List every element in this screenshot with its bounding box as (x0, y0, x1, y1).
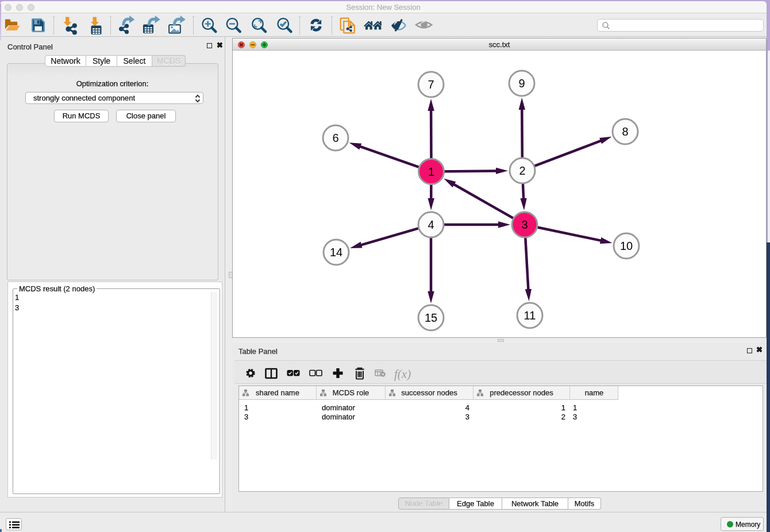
svg-text:3: 3 (521, 218, 528, 231)
svg-text:14: 14 (330, 246, 342, 259)
svg-text:9: 9 (518, 77, 525, 90)
svg-text:10: 10 (620, 240, 633, 252)
svg-text:7: 7 (428, 78, 434, 91)
svg-text:1: 1 (428, 165, 434, 178)
svg-text:4: 4 (428, 218, 434, 231)
svg-text:2: 2 (519, 164, 525, 177)
svg-text:8: 8 (622, 125, 628, 138)
svg-text:6: 6 (332, 132, 338, 144)
svg-text:15: 15 (425, 311, 437, 324)
svg-text:f(x): f(x) (394, 367, 411, 381)
svg-text:11: 11 (524, 309, 536, 322)
